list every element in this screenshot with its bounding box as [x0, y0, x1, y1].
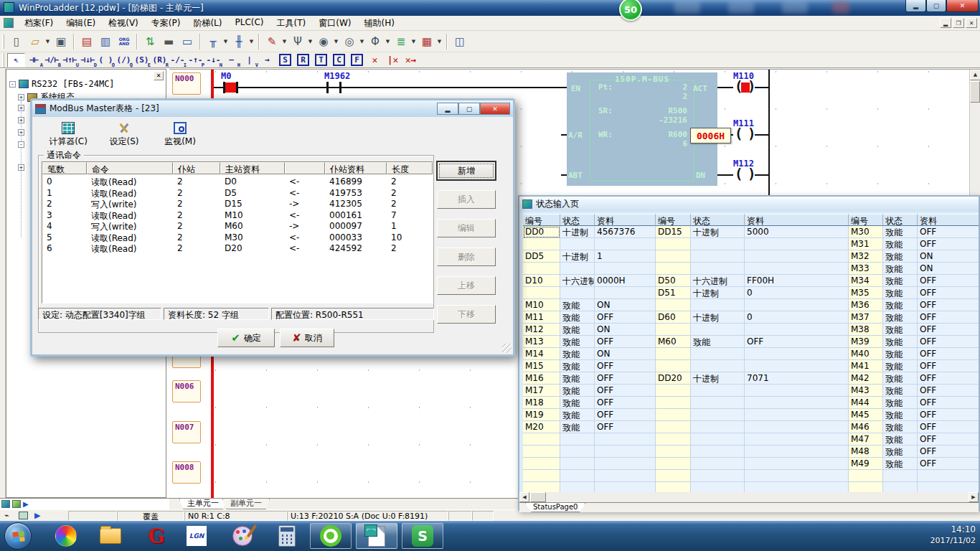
status-value-cell[interactable] [745, 263, 849, 275]
tree-expand-icon[interactable]: - [18, 141, 24, 148]
status-value-cell[interactable] [691, 433, 745, 446]
taskbar-goldwave-icon[interactable]: G [141, 523, 172, 549]
table-edit-icon[interactable]: ▥ [97, 33, 114, 50]
scope-monitor-icon[interactable]: ◉ [315, 33, 332, 50]
status-id-cell[interactable]: M15 [523, 360, 560, 372]
status-id-cell[interactable] [523, 470, 560, 482]
status-value-cell[interactable]: 致能 [883, 397, 918, 409]
status-value-cell[interactable]: 十进制 [691, 287, 745, 299]
status-id-cell[interactable]: M41 [849, 360, 883, 372]
status-id-cell[interactable] [523, 433, 560, 446]
status-value-cell[interactable]: 致能 [883, 336, 918, 348]
status-value-cell[interactable]: OFF [918, 226, 979, 238]
menu-item-5[interactable]: PLC(C) [228, 16, 270, 31]
falling-edge-tool[interactable]: -↓-N [204, 53, 222, 67]
table-header-1[interactable]: 命令 [87, 162, 173, 174]
menu-item-7[interactable]: 窗口(W) [312, 16, 357, 31]
status-value-cell[interactable]: 致能 [883, 311, 918, 324]
status-value-cell[interactable] [745, 421, 849, 433]
status-value-cell[interactable] [745, 446, 849, 458]
mdi-restore-button[interactable]: ❐ [953, 18, 964, 28]
status-id-cell[interactable]: M37 [849, 311, 883, 324]
status-value-cell[interactable]: 致能 [560, 311, 595, 324]
status-id-cell[interactable]: M45 [849, 409, 883, 421]
save-icon[interactable]: ▣ [52, 33, 70, 50]
status-id-cell[interactable] [656, 458, 691, 470]
contact-no-tool[interactable]: ⊣⊢A [25, 53, 43, 67]
status-id-cell[interactable]: M34 [849, 275, 883, 287]
open-file-icon[interactable]: ▱ [27, 33, 44, 50]
status-value-cell[interactable]: 致能 [883, 287, 918, 299]
mini-table-icon[interactable] [12, 500, 21, 508]
status-value-cell[interactable]: 十进制 [691, 226, 745, 238]
table-header-6[interactable]: 长度 [387, 162, 433, 174]
status-value-cell[interactable]: 致能 [560, 348, 595, 360]
status-value-cell[interactable]: OFF [918, 397, 979, 409]
side-button-5[interactable]: 下移 [437, 305, 496, 324]
status-value-cell[interactable] [691, 470, 745, 482]
status-value-cell[interactable]: 致能 [560, 372, 595, 385]
rung-label-N008[interactable]: N008 [172, 461, 201, 484]
calculator-button[interactable]: 计算器(C) [41, 122, 95, 148]
status-header-0[interactable]: 编号 [523, 214, 560, 226]
status-value-cell[interactable] [745, 482, 849, 492]
status-value-cell[interactable]: 致能 [883, 446, 918, 458]
status-value-cell[interactable]: 致能 [560, 421, 595, 433]
tree-expand-icon[interactable]: + [18, 164, 24, 171]
status-header-6[interactable]: 编号 [849, 214, 883, 226]
delete-element-tool[interactable]: ✕ [366, 53, 384, 67]
status-value-cell[interactable]: 致能 [883, 409, 918, 421]
network-jump-icon[interactable]: ╥ [204, 33, 222, 50]
status-value-cell[interactable] [745, 360, 849, 372]
status-header-7[interactable]: 状态 [883, 214, 918, 226]
status-id-cell[interactable]: M39 [849, 336, 883, 348]
status-id-cell[interactable]: M40 [849, 348, 883, 360]
status-value-cell[interactable]: OFF [918, 299, 979, 311]
status-id-cell[interactable] [849, 482, 883, 492]
status-id-cell[interactable]: M13 [523, 336, 560, 348]
status-id-cell[interactable] [656, 299, 691, 311]
status-value-cell[interactable] [691, 446, 745, 458]
status-value-cell[interactable] [595, 263, 656, 275]
status-value-cell[interactable] [691, 348, 745, 360]
menu-item-8[interactable]: 辅助(H) [357, 16, 400, 31]
status-value-cell[interactable] [691, 482, 745, 492]
taskbar-s-app-icon[interactable]: S [402, 523, 443, 549]
status-value-cell[interactable] [745, 348, 849, 360]
status-value-cell[interactable]: 致能 [691, 336, 745, 348]
status-id-cell[interactable]: M18 [523, 397, 560, 409]
status-id-cell[interactable]: M35 [849, 287, 883, 299]
status-value-cell[interactable]: 致能 [883, 372, 918, 385]
status-value-cell[interactable] [918, 482, 979, 492]
io-number-icon[interactable]: ⇅ [141, 33, 159, 50]
status-id-cell[interactable]: M46 [849, 421, 883, 433]
status-id-cell[interactable]: M30 [849, 226, 883, 238]
status-value-cell[interactable]: OFF [918, 324, 979, 336]
org-and-icon[interactable]: ORG AND [116, 33, 133, 50]
expand-icon[interactable]: + [18, 94, 24, 100]
status-value-cell[interactable]: 致能 [883, 226, 918, 238]
unit-tab-2[interactable]: 副单元一 [222, 499, 270, 509]
status-id-cell[interactable] [656, 250, 691, 263]
status-value-cell[interactable] [745, 433, 849, 446]
status-value-cell[interactable]: 致能 [883, 263, 918, 275]
status-value-cell[interactable]: 致能 [883, 360, 918, 372]
ladder-column-icon[interactable]: ╫ [230, 33, 248, 50]
status-header-2[interactable]: 资料 [595, 214, 656, 226]
close-button[interactable]: ✕ [946, 0, 979, 12]
status-id-cell[interactable]: DD5 [523, 250, 560, 263]
status-id-cell[interactable]: M38 [849, 324, 883, 336]
status-value-cell[interactable]: OFF [595, 421, 656, 433]
status-value-cell[interactable]: OFF [745, 336, 849, 348]
dropdown-arrow-icon[interactable]: ▼ [222, 33, 229, 50]
vertical-scrollbar[interactable]: ▲ [969, 70, 980, 196]
counter-instruction-tool[interactable]: C [330, 53, 348, 67]
status-value-cell[interactable]: OFF [918, 287, 979, 299]
status-id-cell[interactable]: M32 [849, 250, 883, 263]
status-value-cell[interactable]: ON [918, 263, 979, 275]
status-value-cell[interactable]: OFF [918, 446, 979, 458]
status-value-cell[interactable]: 致能 [560, 385, 595, 397]
comment-book-icon[interactable]: ▭ [179, 33, 196, 50]
status-id-cell[interactable]: M20 [523, 421, 560, 433]
status-id-cell[interactable] [656, 324, 691, 336]
